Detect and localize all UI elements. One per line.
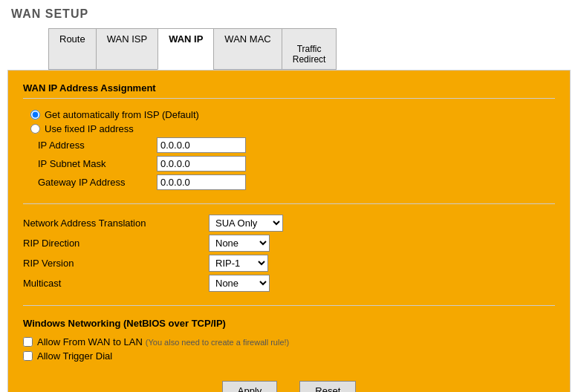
nat-select[interactable]: SUA Only None Full Feature bbox=[209, 215, 283, 232]
ip-assignment-form: Get automatically from ISP (Default) Use… bbox=[23, 103, 555, 199]
reset-button[interactable]: Reset bbox=[299, 381, 356, 392]
tab-wan-ip[interactable]: WAN IP bbox=[158, 28, 214, 70]
radio-auto-label: Get automatically from ISP (Default) bbox=[45, 109, 199, 120]
radio-auto-row: Get automatically from ISP (Default) bbox=[30, 109, 555, 120]
radio-fixed-row: Use fixed IP address bbox=[30, 123, 555, 134]
radio-fixed-label: Use fixed IP address bbox=[45, 123, 134, 134]
tab-route[interactable]: Route bbox=[48, 28, 97, 70]
rip-ver-select[interactable]: RIP-1 RIP-2B RIP-2M bbox=[209, 255, 268, 272]
firewall-note: (You also need to create a firewall rule… bbox=[146, 338, 289, 347]
multicast-row: Multicast None IGMP-v1 IGMP-v2 bbox=[23, 275, 555, 292]
radio-auto[interactable] bbox=[30, 110, 40, 120]
trigger-dial-label: Allow Trigger Dial bbox=[37, 350, 112, 362]
divider-2 bbox=[23, 203, 555, 204]
radio-fixed[interactable] bbox=[30, 124, 40, 134]
page-title: WAN SETUP bbox=[0, 0, 578, 25]
nat-section: Network Address Translation SUA Only Non… bbox=[23, 209, 555, 301]
tab-wan-mac[interactable]: WAN MAC bbox=[213, 28, 282, 70]
nat-row: Network Address Translation SUA Only Non… bbox=[23, 215, 555, 232]
apply-button[interactable]: Apply bbox=[222, 381, 278, 392]
allow-wan-row: Allow From WAN to LAN (You also need to … bbox=[23, 336, 555, 347]
gateway-input[interactable] bbox=[157, 174, 246, 190]
tab-wan-isp[interactable]: WAN ISP bbox=[96, 28, 158, 70]
rip-ver-label: RIP Version bbox=[23, 258, 209, 269]
nat-label: Network Address Translation bbox=[23, 218, 209, 229]
tab-traffic-redirect[interactable]: Traffic Redirect bbox=[282, 28, 337, 70]
divider-3 bbox=[23, 305, 555, 306]
allow-wan-label: Allow From WAN to LAN bbox=[37, 336, 143, 347]
trigger-dial-checkbox[interactable] bbox=[23, 351, 33, 361]
gateway-label: Gateway IP Address bbox=[38, 177, 157, 188]
trigger-dial-row: Allow Trigger Dial bbox=[23, 350, 555, 362]
ip-address-row: IP Address bbox=[30, 137, 555, 153]
ip-subnet-label: IP Subnet Mask bbox=[38, 158, 157, 169]
allow-wan-checkbox[interactable] bbox=[23, 337, 33, 347]
content-area: WAN IP Address Assignment Get automatica… bbox=[7, 70, 571, 392]
windows-section: Windows Networking (NetBIOS over TCP/IP)… bbox=[23, 310, 555, 368]
wan-ip-section-title: WAN IP Address Assignment bbox=[23, 82, 555, 94]
ip-subnet-row: IP Subnet Mask bbox=[30, 156, 555, 172]
rip-dir-label: RIP Direction bbox=[23, 238, 209, 249]
rip-dir-select[interactable]: None Both In Only Out Only bbox=[209, 235, 270, 252]
multicast-label: Multicast bbox=[23, 278, 209, 289]
gateway-row: Gateway IP Address bbox=[30, 174, 555, 190]
tabs-bar: Route WAN ISP WAN IP WAN MAC Traffic Red… bbox=[0, 25, 578, 70]
multicast-select[interactable]: None IGMP-v1 IGMP-v2 bbox=[209, 275, 270, 292]
button-row: Apply Reset bbox=[23, 381, 555, 392]
ip-address-input[interactable] bbox=[157, 137, 246, 153]
ip-subnet-input[interactable] bbox=[157, 156, 246, 172]
windows-title: Windows Networking (NetBIOS over TCP/IP) bbox=[23, 318, 555, 329]
rip-ver-row: RIP Version RIP-1 RIP-2B RIP-2M bbox=[23, 255, 555, 272]
rip-dir-row: RIP Direction None Both In Only Out Only bbox=[23, 235, 555, 252]
ip-address-label: IP Address bbox=[38, 140, 157, 151]
divider-1 bbox=[23, 98, 555, 99]
